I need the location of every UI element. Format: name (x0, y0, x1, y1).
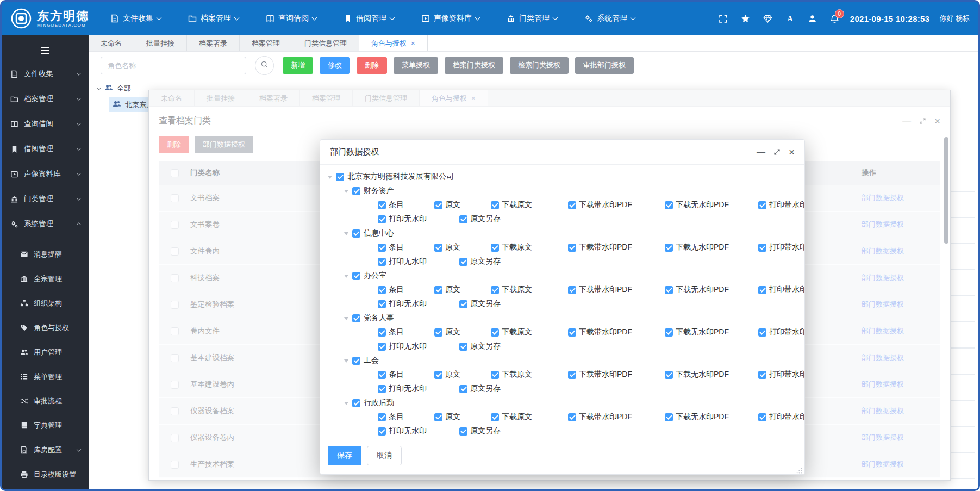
row-checkbox-icon[interactable] (171, 407, 179, 415)
minimize-icon[interactable]: — (902, 116, 911, 125)
checkbox-checked-icon[interactable] (352, 187, 360, 195)
sidebar-item-bank[interactable]: 门类管理 (2, 187, 89, 212)
org-tree-root[interactable]: 全部 (97, 83, 131, 94)
checkbox-checked-icon[interactable] (378, 286, 386, 294)
checkbox-checked-icon[interactable] (459, 215, 467, 223)
checkbox-checked-icon[interactable] (568, 328, 576, 337)
checkbox-checked-icon[interactable] (434, 244, 442, 252)
checkbox-checked-icon[interactable] (568, 286, 576, 294)
row-checkbox-icon[interactable] (171, 381, 179, 389)
row-checkbox-icon[interactable] (171, 461, 179, 469)
checkbox-checked-icon[interactable] (378, 258, 386, 266)
nav-item-media[interactable]: 声像资料库 (421, 14, 479, 23)
modal-button-1[interactable]: 部门数据授权 (195, 136, 253, 153)
tab-2[interactable]: 档案著录 (187, 35, 240, 51)
dept-auth-link[interactable]: 部门数据授权 (862, 247, 904, 255)
resize-handle-icon[interactable] (796, 466, 802, 472)
checkbox-checked-icon[interactable] (758, 413, 766, 421)
row-checkbox-icon[interactable] (171, 247, 179, 256)
hamburger-icon[interactable] (2, 40, 89, 61)
sidebar-subitem-users[interactable]: 用户管理 (2, 340, 89, 364)
maximize-icon[interactable] (773, 148, 781, 156)
tab-5[interactable]: 角色与授权× (420, 90, 488, 106)
gem-button[interactable] (763, 14, 772, 23)
caret-down-icon[interactable] (344, 317, 348, 322)
tab-4[interactable]: 门类信息管理 (353, 90, 420, 106)
sidebar-subitem-printer[interactable]: 目录模版设置 (2, 462, 89, 487)
dept-auth-link[interactable]: 部门数据授权 (862, 407, 904, 415)
checkbox-checked-icon[interactable] (434, 413, 442, 421)
close-icon[interactable]: × (934, 116, 940, 126)
checkbox-checked-icon[interactable] (352, 399, 360, 407)
dept-auth-link[interactable]: 部门数据授权 (862, 433, 904, 442)
checkbox-checked-icon[interactable] (665, 244, 673, 252)
star-button[interactable] (741, 14, 750, 23)
checkbox-checked-icon[interactable] (434, 328, 442, 337)
row-checkbox-icon[interactable] (171, 354, 179, 362)
checkbox-checked-icon[interactable] (665, 371, 673, 379)
sidebar-subitem-warehouse[interactable]: 库房配置 (2, 438, 89, 462)
toolbar-button-2[interactable]: 删除 (357, 57, 387, 74)
tab-1[interactable]: 批量挂接 (195, 90, 247, 106)
bell-button[interactable]: 0 (830, 14, 839, 23)
modal-button-0[interactable]: 删除 (159, 136, 189, 153)
checkbox-checked-icon[interactable] (758, 328, 766, 337)
row-checkbox-icon[interactable] (171, 434, 179, 442)
caret-down-icon[interactable] (344, 275, 348, 280)
dept-auth-link[interactable]: 部门数据授权 (862, 327, 904, 335)
sidebar-subitem-menu-list[interactable]: 菜单管理 (2, 364, 89, 389)
select-all-checkbox-icon[interactable] (171, 169, 179, 177)
sidebar-subitem-tag[interactable]: 角色与授权 (2, 315, 89, 340)
save-button[interactable]: 保存 (328, 446, 361, 465)
tab-2[interactable]: 档案著录 (247, 90, 300, 106)
checkbox-checked-icon[interactable] (491, 244, 499, 252)
nav-item-book[interactable]: 查询借阅 (266, 14, 316, 23)
checkbox-checked-icon[interactable] (378, 427, 386, 436)
row-checkbox-icon[interactable] (171, 274, 179, 282)
caret-down-icon[interactable] (344, 232, 348, 238)
nav-item-gears[interactable]: 系统管理 (584, 14, 635, 23)
font-button[interactable]: A (785, 14, 795, 23)
toolbar-button-5[interactable]: 检索门类授权 (510, 57, 569, 74)
search-button[interactable] (255, 56, 274, 75)
checkbox-checked-icon[interactable] (491, 328, 499, 337)
sidebar-subitem-shuffle[interactable]: 审批流程 (2, 389, 89, 413)
checkbox-checked-icon[interactable] (665, 413, 673, 421)
checkbox-checked-icon[interactable] (665, 286, 673, 294)
fullscreen-button[interactable] (719, 14, 728, 23)
row-checkbox-icon[interactable] (171, 194, 179, 202)
checkbox-checked-icon[interactable] (459, 300, 467, 308)
sidebar-subitem-dict[interactable]: 字典管理 (2, 413, 89, 438)
checkbox-checked-icon[interactable] (352, 272, 360, 280)
checkbox-checked-icon[interactable] (568, 201, 576, 209)
minimize-icon[interactable]: — (757, 148, 765, 157)
vertical-scrollbar[interactable] (944, 137, 948, 244)
role-name-search-input[interactable] (101, 57, 246, 74)
checkbox-checked-icon[interactable] (491, 286, 499, 294)
checkbox-checked-icon[interactable] (665, 328, 673, 337)
cancel-button[interactable]: 取消 (367, 446, 402, 465)
dept-auth-link[interactable]: 部门数据授权 (862, 380, 904, 388)
nav-item-folder[interactable]: 档案管理 (188, 14, 239, 23)
checkbox-checked-icon[interactable] (378, 413, 386, 421)
row-checkbox-icon[interactable] (171, 221, 179, 229)
checkbox-checked-icon[interactable] (665, 201, 673, 209)
checkbox-checked-icon[interactable] (434, 286, 442, 294)
sidebar-item-bookmark[interactable]: 借阅管理 (2, 136, 89, 161)
toolbar-button-1[interactable]: 修改 (320, 57, 350, 74)
toolbar-button-6[interactable]: 审批部门授权 (575, 57, 634, 74)
checkbox-checked-icon[interactable] (378, 385, 386, 393)
tab-5[interactable]: 角色与授权× (359, 35, 428, 51)
checkbox-checked-icon[interactable] (378, 343, 386, 351)
maximize-icon[interactable] (919, 117, 926, 125)
user-button[interactable] (808, 14, 817, 23)
tab-3[interactable]: 档案管理 (300, 90, 353, 106)
toolbar-button-4[interactable]: 档案门类授权 (445, 57, 503, 74)
caret-down-icon[interactable] (344, 190, 348, 195)
checkbox-checked-icon[interactable] (352, 314, 360, 322)
sidebar-item-gears[interactable]: 系统管理 (2, 212, 89, 237)
checkbox-checked-icon[interactable] (758, 371, 766, 379)
sidebar-subitem-bank[interactable]: 全宗管理 (2, 266, 89, 291)
tab-0[interactable]: 未命名 (89, 35, 134, 51)
sidebar-item-folder[interactable]: 档案管理 (2, 86, 89, 111)
